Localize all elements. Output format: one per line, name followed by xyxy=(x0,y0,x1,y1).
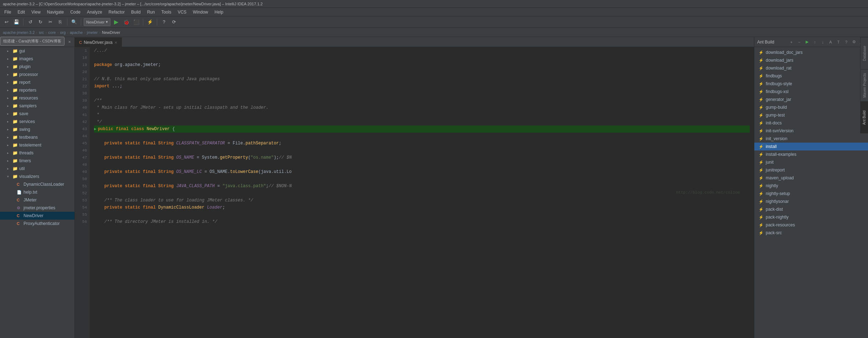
menu-item-file[interactable]: File xyxy=(1,9,14,15)
ant-target-nightly[interactable]: ⚡nightly xyxy=(754,182,868,190)
ant-target-download-rat[interactable]: ⚡download_rat xyxy=(754,64,868,72)
ant-target-install-examples[interactable]: ⚡install-examples xyxy=(754,150,868,158)
tree-item-newdriver[interactable]: CNewDriver xyxy=(0,212,74,220)
breadcrumb-src[interactable]: src xyxy=(39,30,44,35)
menu-item-view[interactable]: View xyxy=(29,9,43,15)
tree-item-timers[interactable]: ▸📁timers xyxy=(0,157,74,165)
editor-area: C NewDriver.java ✕ 118192021223839404142… xyxy=(75,37,754,338)
run-config-dropdown[interactable]: NewDriver ▾ xyxy=(84,18,110,26)
ant-target-junitreport[interactable]: ⚡junitreport xyxy=(754,166,868,174)
editor-tab-newdriver[interactable]: C NewDriver.java ✕ xyxy=(75,37,122,47)
toolbar-save-btn[interactable]: 💾 xyxy=(12,18,21,26)
tree-item-reporters[interactable]: ▸📁reporters xyxy=(0,86,74,94)
right-tab-database[interactable]: Database xyxy=(861,37,868,69)
tree-item-util[interactable]: ▸📁util xyxy=(0,165,74,173)
breadcrumb-sep-2: › xyxy=(46,30,47,35)
toolbar-redo-btn[interactable]: ↻ xyxy=(36,18,45,26)
menu-item-run[interactable]: Run xyxy=(144,9,158,15)
menu-item-code[interactable]: Code xyxy=(67,9,83,15)
ant-run-btn[interactable]: ▶ xyxy=(804,39,810,45)
toolbar-cut-btn[interactable]: ✂ xyxy=(46,18,55,26)
ant-target-gump-test[interactable]: ⚡gump-test xyxy=(754,111,868,119)
breadcrumb-core[interactable]: core xyxy=(48,30,56,35)
toolbar-run-btn[interactable]: ▶ xyxy=(112,18,120,26)
ant-remove-btn[interactable]: − xyxy=(796,39,802,45)
menu-item-tools[interactable]: Tools xyxy=(159,9,174,15)
menu-item-window[interactable]: Window xyxy=(190,9,211,15)
tree-item-threads[interactable]: ▸📁threads xyxy=(0,149,74,157)
toolbar-copy-btn[interactable]: ⎘ xyxy=(56,18,64,26)
menu-item-edit[interactable]: Edit xyxy=(15,9,28,15)
code-editor[interactable]: 1181920212238394041424344454647484950515… xyxy=(75,47,754,338)
ant-target-pack-src[interactable]: ⚡pack-src xyxy=(754,229,868,237)
ant-target-pack-resources[interactable]: ⚡pack-resources xyxy=(754,221,868,229)
tree-item-jmeter[interactable]: CJMeter xyxy=(0,196,74,204)
toolbar-find-btn[interactable]: 🔍 xyxy=(70,18,78,26)
ant-target-findbugs[interactable]: ⚡findbugs xyxy=(754,72,868,80)
ant-sort-target-btn[interactable]: T xyxy=(835,39,842,45)
ant-target-generator-jar[interactable]: ⚡generator_jar xyxy=(754,96,868,103)
breadcrumb-root[interactable]: apache-jmeter-3.2 xyxy=(3,30,35,35)
menu-item-refactor[interactable]: Refactor xyxy=(106,9,128,15)
ant-target-nightlysonar[interactable]: ⚡nightlysonar xyxy=(754,198,868,205)
ant-filter-asc-btn[interactable]: ↑ xyxy=(812,39,818,45)
menu-item-analyze[interactable]: Analyze xyxy=(84,9,105,15)
ant-target-install[interactable]: ⚡install xyxy=(754,143,868,150)
tree-icon-2: 📁 xyxy=(12,64,18,69)
tree-item-services[interactable]: ▸📁services xyxy=(0,118,74,126)
line-num-53: 53 xyxy=(78,197,87,204)
ant-target-nightly-setup[interactable]: ⚡nightly-setup xyxy=(754,190,868,198)
toolbar-undo-btn[interactable]: ↺ xyxy=(26,18,35,26)
toolbar-help-btn[interactable]: ? xyxy=(160,18,168,26)
tree-item-testbeans[interactable]: ▸📁testbeans xyxy=(0,133,74,141)
ant-add-btn[interactable]: + xyxy=(788,39,795,45)
tab-close-btn[interactable]: ✕ xyxy=(114,41,117,45)
menu-item-navigate[interactable]: Navigate xyxy=(44,9,67,15)
ant-target-init-svn-ersion[interactable]: ⚡init-svnVersion xyxy=(754,127,868,135)
ant-target-pack-nightly[interactable]: ⚡pack-nightly xyxy=(754,213,868,221)
toolbar-debug-btn[interactable]: 🐞 xyxy=(122,18,130,26)
tree-item-jmeter-properties[interactable]: ⚙jmeter.properties xyxy=(0,204,74,212)
toolbar-build-btn[interactable]: ⚡ xyxy=(146,18,154,26)
ant-filter-desc-btn[interactable]: ↓ xyxy=(820,39,826,45)
right-tab-maven[interactable]: Maven Projects xyxy=(861,69,868,101)
ant-target-download-jars[interactable]: ⚡download_jars xyxy=(754,56,868,64)
tree-item-gui[interactable]: ▸📁gui xyxy=(0,47,74,55)
toolbar-back-btn[interactable]: ↩ xyxy=(2,18,11,26)
ant-target-findbugs-xsl[interactable]: ⚡findbugs-xsl xyxy=(754,88,868,96)
menu-item-help[interactable]: Help xyxy=(212,9,226,15)
ant-sort-alpha-btn[interactable]: A xyxy=(827,39,834,45)
ant-target-maven-upload[interactable]: ⚡maven_upload xyxy=(754,174,868,182)
ant-settings-btn[interactable]: ⚙ xyxy=(851,39,857,45)
ant-target-gump-build[interactable]: ⚡gump-build xyxy=(754,103,868,111)
tree-item-report[interactable]: ▸📁report xyxy=(0,78,74,86)
tree-item-save[interactable]: ▸📁save xyxy=(0,110,74,118)
menu-item-vcs[interactable]: VCS xyxy=(175,9,190,15)
tree-item-testelement[interactable]: ▸📁testelement xyxy=(0,141,74,149)
ant-question-btn[interactable]: ? xyxy=(843,39,849,45)
ant-target-init-docs[interactable]: ⚡init-docs xyxy=(754,119,868,127)
breadcrumb-jmeter[interactable]: jmeter xyxy=(87,30,98,35)
panel-close-btn[interactable]: ✕ xyxy=(67,39,72,45)
toolbar-stop-btn[interactable]: ⬛ xyxy=(132,18,140,26)
ant-target-init-version[interactable]: ⚡init_version xyxy=(754,135,868,143)
tree-item-proxyauthenticator[interactable]: CProxyAuthenticator xyxy=(0,220,74,227)
toolbar-sync-btn[interactable]: ⟳ xyxy=(170,18,178,26)
tree-item-visualizers[interactable]: ▾📁visualizers xyxy=(0,173,74,180)
tree-item-processor[interactable]: ▸📁processor xyxy=(0,71,74,78)
tree-item-plugin[interactable]: ▸📁plugin xyxy=(0,63,74,71)
ant-target-download-doc-jars[interactable]: ⚡download_doc_jars xyxy=(754,48,868,56)
tree-item-samplers[interactable]: ▸📁samplers xyxy=(0,102,74,110)
menu-item-build[interactable]: Build xyxy=(128,9,144,15)
tree-item-help-txt[interactable]: 📄help.txt xyxy=(0,188,74,196)
ant-target-pack-dist[interactable]: ⚡pack-dist xyxy=(754,205,868,213)
ant-target-junit[interactable]: ⚡junit xyxy=(754,158,868,166)
tree-item-dynamicclassloader[interactable]: CDynamicClassLoader xyxy=(0,180,74,188)
breadcrumb-org[interactable]: org xyxy=(60,30,66,35)
tree-item-images[interactable]: ▸📁images xyxy=(0,55,74,63)
tree-item-swing[interactable]: ▸📁swing xyxy=(0,126,74,133)
breadcrumb-apache[interactable]: apache xyxy=(70,30,83,35)
tree-item-resources[interactable]: ▸📁resources xyxy=(0,94,74,102)
ant-target-findbugs-style[interactable]: ⚡findbugs-style xyxy=(754,80,868,88)
right-tab-ant[interactable]: Ant Build xyxy=(861,101,868,133)
